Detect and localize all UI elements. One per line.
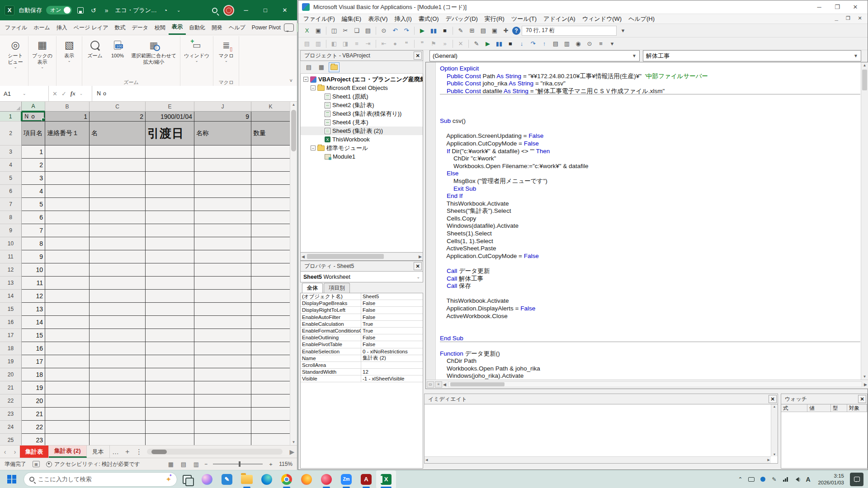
search-icon[interactable] bbox=[210, 6, 219, 15]
code-line[interactable]: Sheets(1).Select bbox=[440, 230, 860, 237]
ime-mode[interactable]: A bbox=[804, 475, 812, 483]
row-header-16[interactable]: 16 bbox=[0, 316, 22, 329]
vba-menu-デバッグ(D)[interactable]: デバッグ(D) bbox=[443, 14, 481, 23]
cell-K9[interactable] bbox=[251, 224, 290, 237]
row-header-20[interactable]: 20 bbox=[0, 368, 22, 381]
row-header-9[interactable]: 9 bbox=[0, 224, 22, 237]
procedure-combo[interactable]: 解体工事▼ bbox=[643, 50, 861, 61]
code-line[interactable]: Windows(datafile).Activate bbox=[440, 222, 860, 230]
cell-K20[interactable] bbox=[251, 368, 290, 381]
cell-E20[interactable] bbox=[146, 368, 194, 381]
cell-B1[interactable]: 1 bbox=[45, 112, 90, 122]
property-value[interactable]: 0 - xlNoRestrictions bbox=[361, 348, 423, 355]
properties-tab-項目別[interactable]: 項目別 bbox=[324, 283, 350, 293]
taskbar-app-red-circle-app[interactable] bbox=[316, 470, 336, 488]
cancel-icon[interactable]: ✕ bbox=[52, 90, 57, 97]
row-header-25[interactable]: 25 bbox=[0, 434, 22, 445]
network-icon[interactable] bbox=[781, 475, 789, 483]
clock[interactable]: 3:15 2026/01/03 bbox=[815, 473, 847, 486]
scroll-down-icon[interactable]: ▼ bbox=[863, 375, 867, 379]
column-header-A[interactable]: A bbox=[22, 102, 45, 112]
cell-K19[interactable] bbox=[251, 355, 290, 368]
column-header-J[interactable]: J bbox=[194, 102, 251, 112]
taskbar-app-pen-app[interactable]: ✎ bbox=[217, 470, 237, 488]
cell-J16[interactable] bbox=[194, 316, 251, 329]
ribbon-button[interactable]: ▧表示⌄ bbox=[59, 37, 80, 63]
ribbon-tab-自動化[interactable]: 自動化 bbox=[186, 20, 208, 35]
cell-C23[interactable] bbox=[90, 408, 146, 421]
code-line[interactable]: Workbooks.Open Path & joho_rika bbox=[440, 365, 860, 372]
cell-A23[interactable]: 21 bbox=[22, 408, 45, 421]
row-header-1[interactable]: 1 bbox=[0, 112, 22, 122]
cell-J6[interactable] bbox=[194, 185, 251, 198]
code-line[interactable]: Exit Sub bbox=[440, 185, 860, 192]
scroll-up-icon[interactable]: ▲ bbox=[863, 63, 867, 67]
row-header-8[interactable]: 8 bbox=[0, 211, 22, 224]
cell-A18[interactable]: 16 bbox=[22, 342, 45, 355]
design-mode-icon[interactable]: ✎ bbox=[456, 26, 466, 35]
project-explorer-icon[interactable]: ⊞ bbox=[467, 26, 477, 35]
cell-B15[interactable] bbox=[45, 303, 90, 316]
row-header-11[interactable]: 11 bbox=[0, 250, 22, 263]
vba-menu-ツール(T)[interactable]: ツール(T) bbox=[508, 14, 540, 23]
cell-B21[interactable] bbox=[45, 381, 90, 394]
ribbon-tab-開発[interactable]: 開発 bbox=[208, 20, 226, 35]
property-value[interactable]: False bbox=[361, 314, 423, 320]
tree-item[interactable]: Module1 bbox=[301, 152, 423, 161]
quick-info-icon[interactable]: ◧ bbox=[329, 39, 339, 48]
name-box[interactable]: A1⌄ bbox=[0, 86, 49, 101]
code-line[interactable]: Public Const datafile As String = "解体工事電… bbox=[440, 87, 860, 95]
cell-C14[interactable] bbox=[90, 290, 146, 303]
cell-A8[interactable]: 6 bbox=[22, 211, 45, 224]
cell-J9[interactable] bbox=[194, 224, 251, 237]
ribbon-button[interactable]: マクロ⌄ bbox=[216, 37, 236, 63]
run-icon[interactable]: ▶ bbox=[483, 39, 493, 48]
code-line[interactable]: ChDir Path bbox=[440, 357, 860, 365]
vba-menu-ファイル(F)[interactable]: ファイル(F) bbox=[300, 14, 338, 23]
cell-E3[interactable] bbox=[146, 145, 194, 159]
property-value[interactable] bbox=[361, 362, 423, 368]
cell-E16[interactable] bbox=[146, 316, 194, 329]
cell-E18[interactable] bbox=[146, 342, 194, 355]
add-sheet-button[interactable]: ＋ bbox=[122, 446, 133, 458]
column-header-C[interactable]: C bbox=[90, 102, 146, 112]
ribbon-tab-数式[interactable]: 数式 bbox=[111, 20, 128, 35]
code-editor[interactable]: Option Explicit Public Const Path As Str… bbox=[436, 62, 860, 380]
cell-A4[interactable]: 2 bbox=[22, 159, 45, 172]
row-header-24[interactable]: 24 bbox=[0, 421, 22, 434]
collapse-ribbon-icon[interactable]: ˅ bbox=[290, 78, 292, 83]
complete-word-icon[interactable]: ≡ bbox=[352, 39, 362, 48]
toggle-folders-icon[interactable] bbox=[329, 62, 340, 72]
next-bookmark-icon[interactable]: » bbox=[440, 39, 450, 48]
row-header-19[interactable]: 19 bbox=[0, 355, 22, 368]
ribbon-button[interactable]: ▦ブックの 表示⌄ bbox=[31, 37, 54, 70]
taskbar-app-acrobat[interactable]: A bbox=[356, 470, 376, 488]
cell-J22[interactable] bbox=[194, 394, 251, 408]
zoom-out-icon[interactable]: − bbox=[204, 461, 208, 467]
child-close-button[interactable]: ✕ bbox=[854, 15, 866, 22]
object-browser-icon[interactable]: ▣ bbox=[490, 26, 500, 35]
cell-E12[interactable] bbox=[146, 263, 194, 277]
cell-B5[interactable] bbox=[45, 172, 90, 185]
cell-B9[interactable] bbox=[45, 224, 90, 237]
cell-K21[interactable] bbox=[251, 381, 290, 394]
cell-A2[interactable]: 項目名 bbox=[22, 122, 45, 145]
cell-J14[interactable] bbox=[194, 290, 251, 303]
immediate-body[interactable]: ▲▼ ◀▶ bbox=[424, 404, 778, 464]
code-line[interactable]: Application.DisplayAlerts = False bbox=[440, 305, 860, 312]
cell-J2[interactable]: 名称 bbox=[194, 122, 251, 145]
row-header-21[interactable]: 21 bbox=[0, 381, 22, 394]
cell-A1[interactable]: Ｎｏ bbox=[22, 112, 45, 122]
cell-A5[interactable]: 3 bbox=[22, 172, 45, 185]
cell-J10[interactable] bbox=[194, 237, 251, 250]
cell-B22[interactable] bbox=[45, 394, 90, 408]
clear-bookmarks-icon[interactable]: ✕ bbox=[456, 39, 466, 48]
property-value[interactable]: 集計表 (2) bbox=[361, 355, 423, 361]
vba-menu-挿入(I)[interactable]: 挿入(I) bbox=[392, 14, 415, 23]
row-header-10[interactable]: 10 bbox=[0, 237, 22, 250]
onedrive-icon[interactable] bbox=[759, 475, 767, 483]
tree-item[interactable]: −Microsoft Excel Objects bbox=[301, 84, 423, 92]
collapse-icon[interactable]: − bbox=[311, 85, 316, 90]
cell-B3[interactable] bbox=[45, 145, 90, 159]
call-stack-icon[interactable]: ≡ bbox=[596, 39, 606, 48]
